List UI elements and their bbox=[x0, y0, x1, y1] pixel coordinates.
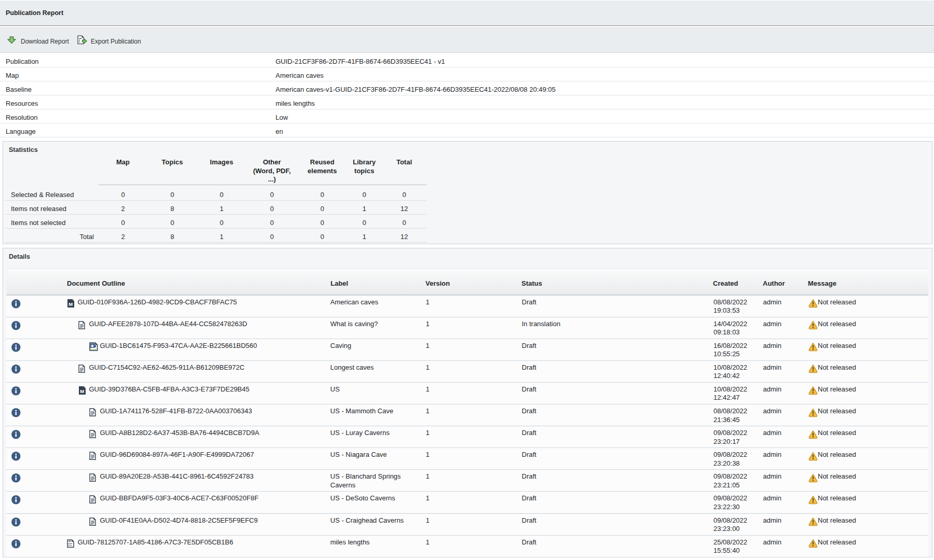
svg-text:M: M bbox=[68, 301, 73, 306]
svg-text:M: M bbox=[80, 388, 84, 394]
